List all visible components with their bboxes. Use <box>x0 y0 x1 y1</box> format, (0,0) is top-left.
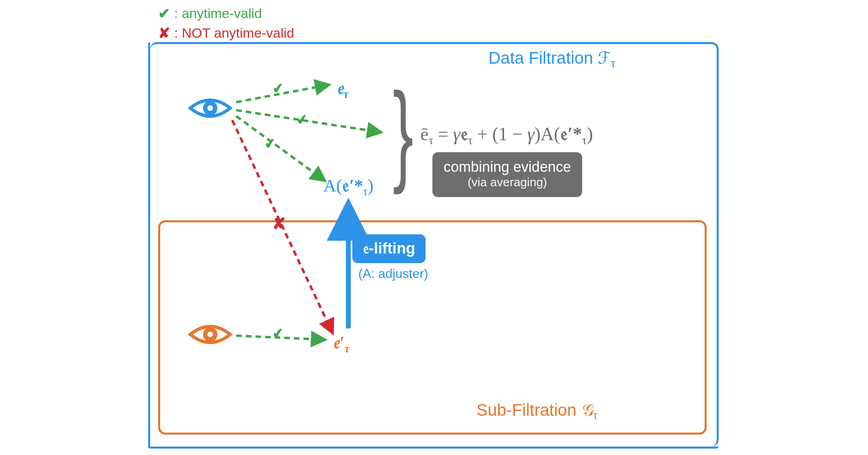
check-icon: ✔ <box>263 135 276 152</box>
x-icon: ✘ <box>158 24 170 43</box>
combining-evidence-line1: combining evidence <box>444 159 571 175</box>
legend-invalid-text: : NOT anytime-valid <box>174 24 294 42</box>
data-filtration-title: Data Filtration ℱτ <box>488 48 615 70</box>
brace-icon: } <box>393 76 413 188</box>
legend-invalid-row: ✘ : NOT anytime-valid <box>158 24 294 43</box>
combining-evidence-badge: combining evidence (via averaging) <box>432 152 582 197</box>
node-a-e-tau: A(𝔢′*τ) <box>323 175 374 198</box>
filtration-symbol-f: ℱ <box>598 49 611 67</box>
eye-icon-blue <box>188 94 232 122</box>
e-tau-prime-symbol: 𝔢′ <box>332 333 344 352</box>
check-icon: ✔ <box>271 324 284 342</box>
diagram-stage: ✔ : anytime-valid ✘ : NOT anytime-valid … <box>136 0 733 455</box>
legend: ✔ : anytime-valid ✘ : NOT anytime-valid <box>158 4 294 43</box>
tau-sub: τ <box>611 57 615 70</box>
svg-point-3 <box>207 332 213 337</box>
e-tau-prime-sub: τ <box>344 342 350 355</box>
sub-filtration-box <box>158 220 707 435</box>
sub-filtration-prefix: Sub-Filtration <box>476 401 581 419</box>
combining-evidence-line2: (via averaging) <box>444 175 571 189</box>
e-lifting-badge: 𝔢-lifting <box>352 234 426 263</box>
check-icon: ✔ <box>158 4 170 24</box>
legend-valid-text: : anytime-valid <box>174 4 262 23</box>
adjuster-label: (A: adjuster) <box>358 266 428 281</box>
svg-point-1 <box>207 105 213 111</box>
a-e-tau-sub: τ <box>363 185 368 198</box>
check-icon: ✔ <box>295 111 308 128</box>
check-icon: ✔ <box>271 79 284 97</box>
sub-filtration-title: Sub-Filtration 𝒢τ <box>476 401 597 422</box>
data-filtration-prefix: Data Filtration <box>488 48 598 67</box>
e-tau-sub: τ <box>344 88 349 101</box>
x-icon: ✘ <box>272 214 286 233</box>
legend-valid-row: ✔ : anytime-valid <box>158 4 294 24</box>
e-lifting-label: 𝔢-lifting <box>363 240 415 257</box>
eye-icon-orange <box>188 320 232 348</box>
tau-sub-2: τ <box>593 409 597 422</box>
node-e-tau: 𝔢τ <box>336 78 349 101</box>
combined-formula: ēτ = γ𝔢τ + (1 − γ)A(𝔢′*τ) <box>420 123 593 147</box>
filtration-symbol-g: 𝒢 <box>581 401 593 419</box>
e-tau-symbol: 𝔢 <box>336 79 344 98</box>
node-e-tau-prime: 𝔢′τ <box>332 332 350 355</box>
